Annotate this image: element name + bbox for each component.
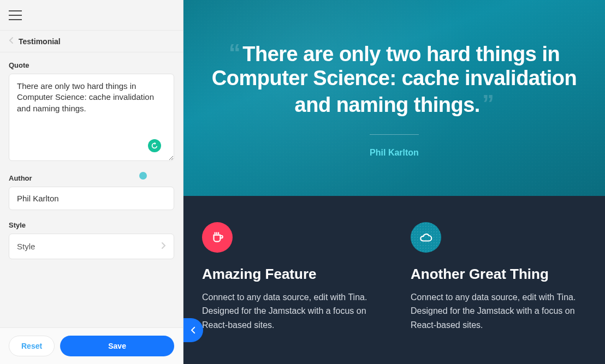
preview-pane: There are only two hard things in Comput… bbox=[183, 0, 605, 364]
breadcrumb-label: Testimonial bbox=[19, 37, 61, 46]
testimonial-hero: There are only two hard things in Comput… bbox=[183, 0, 605, 196]
quote-label: Quote bbox=[9, 61, 174, 69]
feature-card: Amazing Feature Connect to any data sour… bbox=[202, 222, 378, 338]
chevron-left-icon bbox=[9, 37, 14, 46]
grammarly-icon[interactable] bbox=[148, 139, 161, 152]
style-field-group: Style Style bbox=[9, 221, 174, 259]
feature-title: Another Great Thing bbox=[411, 266, 586, 283]
sidebar-header bbox=[0, 0, 183, 31]
style-select-value: Style bbox=[17, 242, 35, 251]
author-input[interactable] bbox=[9, 187, 174, 210]
coffee-icon bbox=[202, 222, 233, 253]
author-field-group: Author bbox=[9, 174, 174, 210]
author-label: Author bbox=[9, 174, 174, 182]
editor-sidebar: Testimonial Quote Author Style bbox=[0, 0, 183, 364]
features-section: Amazing Feature Connect to any data sour… bbox=[183, 196, 605, 364]
style-label: Style bbox=[9, 221, 174, 229]
style-select[interactable]: Style bbox=[9, 234, 174, 259]
feature-body: Connect to any data source, edit with Ti… bbox=[411, 290, 586, 332]
menu-icon[interactable] bbox=[9, 10, 22, 20]
hero-author: Phil Karlton bbox=[205, 148, 583, 158]
chevron-right-icon bbox=[161, 241, 166, 252]
sidebar-footer: Reset Save bbox=[0, 327, 183, 364]
feature-card: Another Great Thing Connect to any data … bbox=[411, 222, 586, 338]
change-indicator-icon bbox=[139, 172, 147, 180]
save-button[interactable]: Save bbox=[60, 336, 174, 356]
cloud-icon bbox=[411, 222, 441, 253]
hero-divider bbox=[370, 134, 419, 135]
feature-title: Amazing Feature bbox=[202, 266, 378, 283]
reset-button[interactable]: Reset bbox=[9, 336, 55, 356]
form: Quote Author Style Style bbox=[0, 52, 183, 327]
breadcrumb[interactable]: Testimonial bbox=[0, 31, 183, 52]
feature-body: Connect to any data source, edit with Ti… bbox=[202, 290, 378, 332]
hero-quote: There are only two hard things in Comput… bbox=[205, 39, 583, 118]
quote-field-group: Quote bbox=[9, 61, 174, 163]
